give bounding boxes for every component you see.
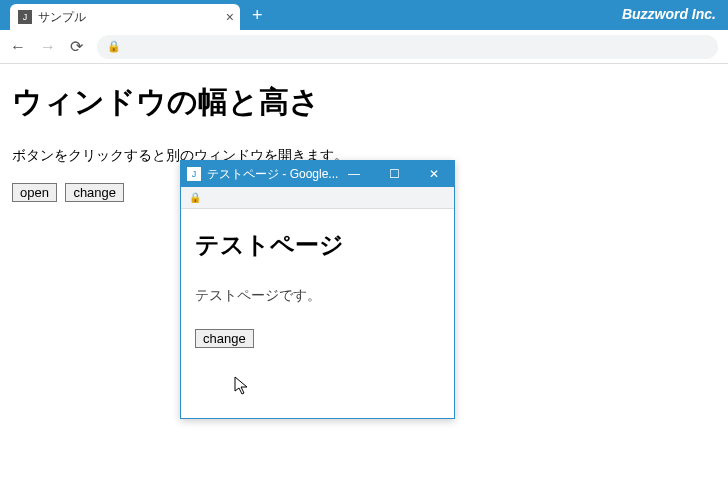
back-button[interactable]: ←	[10, 38, 26, 56]
popup-heading: テストページ	[195, 229, 440, 261]
browser-toolbar: ← → ⟳ 🔒	[0, 30, 728, 64]
popup-lock-icon: 🔒	[189, 192, 201, 203]
popup-titlebar[interactable]: J テストページ - Google... — ☐ ✕	[181, 161, 454, 187]
popup-body: テストページ テストページです。 change	[181, 209, 454, 418]
popup-title: テストページ - Google...	[207, 166, 338, 183]
window-controls: — ☐ ✕	[334, 161, 454, 187]
popup-paragraph: テストページです。	[195, 287, 440, 305]
popup-urlbar[interactable]: 🔒	[181, 187, 454, 209]
reload-button[interactable]: ⟳	[70, 37, 83, 56]
url-bar[interactable]: 🔒	[97, 35, 718, 59]
tab-favicon: J	[18, 10, 32, 24]
change-button[interactable]: change	[65, 183, 124, 202]
maximize-button[interactable]: ☐	[374, 161, 414, 187]
popup-window: J テストページ - Google... — ☐ ✕ 🔒 テストページ テストペ…	[180, 160, 455, 419]
popup-favicon: J	[187, 167, 201, 181]
lock-icon: 🔒	[107, 40, 121, 53]
open-button[interactable]: open	[12, 183, 57, 202]
minimize-button[interactable]: —	[334, 161, 374, 187]
tab-close-icon[interactable]: ×	[226, 9, 234, 25]
popup-change-button[interactable]: change	[195, 329, 254, 348]
close-button[interactable]: ✕	[414, 161, 454, 187]
forward-button[interactable]: →	[40, 38, 56, 56]
browser-tab[interactable]: J サンプル ×	[10, 4, 240, 30]
new-tab-button[interactable]: +	[252, 5, 263, 26]
brand-label: Buzzword Inc.	[622, 6, 716, 22]
tab-title: サンプル	[38, 9, 86, 26]
page-heading: ウィンドウの幅と高さ	[12, 82, 716, 123]
browser-titlebar: J サンプル × + Buzzword Inc.	[0, 0, 728, 30]
